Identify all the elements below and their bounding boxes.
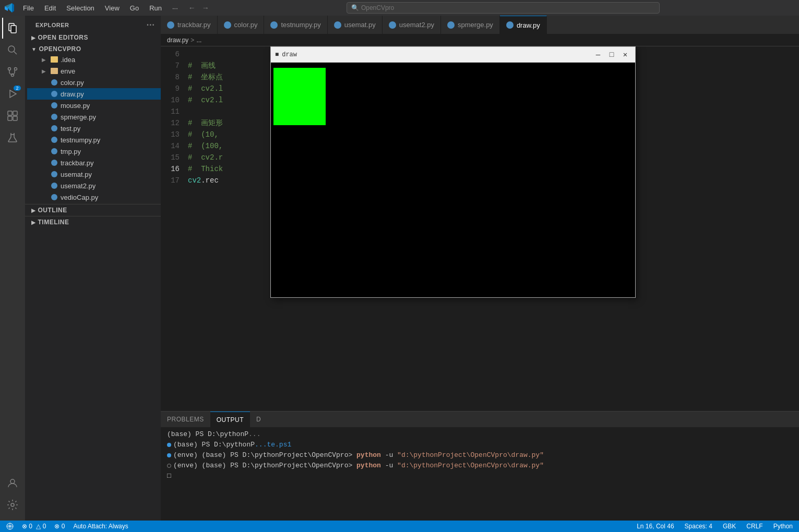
search-icon: 🔍 bbox=[351, 4, 359, 11]
tab-testnumpy[interactable]: testnumpy.py bbox=[264, 16, 327, 34]
panel-tab-problems[interactable]: PROBLEMS bbox=[161, 412, 210, 427]
tab-usemat[interactable]: usemat.py bbox=[328, 16, 383, 34]
draw-py-icon bbox=[50, 90, 58, 98]
panel-tab-d[interactable]: D bbox=[250, 412, 267, 427]
open-editors-section: ▶ OPEN EDITORS bbox=[25, 32, 161, 43]
activity-extensions-icon[interactable] bbox=[2, 105, 23, 126]
activity-settings-icon[interactable] bbox=[2, 494, 23, 515]
line-num-10: 10 bbox=[161, 94, 180, 106]
sidebar-item-enve[interactable]: ▶ enve bbox=[27, 65, 161, 77]
activity-flask-icon[interactable] bbox=[2, 127, 23, 148]
tab-draw[interactable]: draw.py bbox=[500, 16, 547, 34]
breadcrumb-rest: ... bbox=[196, 37, 201, 44]
svg-rect-9 bbox=[13, 111, 17, 115]
sidebar-item-trackbar[interactable]: trackbar.py bbox=[27, 157, 161, 168]
sidebar-item-label-enve: enve bbox=[61, 67, 75, 75]
editor-area: trackbar.py color.py testnumpy.py usemat… bbox=[161, 16, 799, 521]
folder-arrow-icon: ▶ bbox=[42, 57, 50, 63]
panel-tabs: PROBLEMS OUTPUT D bbox=[161, 412, 799, 427]
status-spaces[interactable]: Spaces: 4 bbox=[683, 523, 714, 530]
term-line-cursor: □ bbox=[167, 471, 793, 481]
status-auto-attach[interactable]: Auto Attach: Always bbox=[71, 523, 130, 530]
status-left: ⊗ 0 △ 0 ⊗ 0 Auto Attach: Always bbox=[4, 523, 130, 530]
search-input[interactable] bbox=[361, 4, 655, 11]
sidebar-item-tmp[interactable]: tmp.py bbox=[27, 146, 161, 157]
status-position[interactable]: Ln 16, Col 46 bbox=[635, 523, 676, 530]
open-editors-header[interactable]: ▶ OPEN EDITORS bbox=[25, 33, 161, 42]
tab-color[interactable]: color.py bbox=[218, 16, 265, 34]
back-arrow-icon[interactable]: ← bbox=[186, 3, 198, 13]
menu-view[interactable]: View bbox=[101, 3, 124, 13]
activity-run-debug-icon[interactable]: 2 bbox=[2, 83, 23, 104]
editor-content[interactable]: 6 7 8 9 10 11 12 13 14 15 16 17 # 画线 # 坐… bbox=[161, 46, 799, 411]
sidebar-item-label-test: test.py bbox=[61, 125, 80, 132]
sidebar: EXPLORER ⋯ ▶ OPEN EDITORS ▼ OPENCVPRO ▶ … bbox=[25, 16, 161, 521]
tab-usemat2[interactable]: usemat2.py bbox=[383, 16, 441, 34]
sidebar-more-icon[interactable]: ⋯ bbox=[146, 20, 155, 30]
open-editors-label: OPEN EDITORS bbox=[38, 34, 88, 41]
status-encoding[interactable]: GBK bbox=[721, 523, 738, 530]
activity-source-control-icon[interactable] bbox=[2, 62, 23, 82]
status-remote-icon[interactable] bbox=[4, 523, 16, 530]
sidebar-item-color[interactable]: color.py bbox=[27, 77, 161, 88]
panel-tab-output[interactable]: OUTPUT bbox=[210, 412, 250, 427]
timeline-label: TIMELINE bbox=[38, 219, 69, 226]
usemat-py-icon bbox=[50, 170, 58, 178]
activity-explorer-icon[interactable] bbox=[2, 18, 23, 39]
status-errors[interactable]: ⊗ 0 △ 0 bbox=[20, 523, 48, 530]
menu-more-icon[interactable]: ··· bbox=[168, 3, 182, 13]
tab-label-spmerge: spmerge.py bbox=[458, 21, 493, 29]
sidebar-item-label-vediocap: vedioCap.py bbox=[61, 194, 98, 201]
overlay-maximize-button[interactable]: □ bbox=[606, 49, 617, 61]
svg-point-13 bbox=[10, 479, 15, 483]
outline-label: OUTLINE bbox=[38, 207, 67, 214]
term-line-4: (enve) (base) PS D:\pythonProject\OpenCV… bbox=[167, 461, 793, 471]
sidebar-item-mouse[interactable]: mouse.py bbox=[27, 100, 161, 111]
activity-search-icon[interactable] bbox=[2, 40, 23, 61]
svg-point-4 bbox=[8, 68, 11, 70]
project-section: ▼ OPENCVPRO ▶ .idea ▶ enve bbox=[25, 43, 161, 204]
overlay-minimize-button[interactable]: ― bbox=[592, 49, 604, 61]
warning-icon: △ bbox=[36, 523, 41, 530]
color-tab-icon bbox=[224, 21, 231, 29]
line-num-14: 14 bbox=[161, 140, 180, 152]
sidebar-item-usemat2[interactable]: usemat2.py bbox=[27, 180, 161, 191]
project-header[interactable]: ▼ OPENCVPRO bbox=[25, 44, 161, 54]
terminal-content[interactable]: (base) PS D:\pythonP... (base) PS D:\pyt… bbox=[161, 427, 799, 521]
line-num-16: 16 bbox=[161, 163, 180, 175]
overlay-close-button[interactable]: ✕ bbox=[619, 49, 631, 61]
sidebar-item-vediocap[interactable]: vedioCap.py bbox=[27, 191, 161, 203]
activity-account-icon[interactable] bbox=[2, 473, 23, 493]
status-info[interactable]: ⊗ 0 bbox=[52, 523, 67, 530]
sidebar-item-usemat[interactable]: usemat.py bbox=[27, 168, 161, 180]
opencv-window[interactable]: ■ draw ― □ ✕ bbox=[270, 46, 636, 298]
menu-file[interactable]: File bbox=[19, 3, 38, 13]
menu-selection[interactable]: Selection bbox=[62, 3, 98, 13]
tab-spmerge[interactable]: spmerge.py bbox=[441, 16, 500, 34]
sidebar-item-draw[interactable]: draw.py bbox=[27, 88, 161, 100]
status-language[interactable]: Python bbox=[771, 523, 795, 530]
menu-edit[interactable]: Edit bbox=[40, 3, 60, 13]
tab-trackbar[interactable]: trackbar.py bbox=[161, 16, 218, 34]
status-right: Ln 16, Col 46 Spaces: 4 GBK CRLF Python bbox=[635, 523, 795, 530]
timeline-section: ▶ TIMELINE bbox=[25, 216, 161, 228]
outline-header[interactable]: ▶ OUTLINE bbox=[25, 205, 161, 215]
overlay-title-text: draw bbox=[282, 49, 297, 61]
global-search-bar[interactable]: 🔍 bbox=[347, 2, 660, 14]
usemat2-tab-icon bbox=[389, 21, 396, 29]
menu-run[interactable]: Run bbox=[145, 3, 166, 13]
sidebar-item-idea[interactable]: ▶ .idea bbox=[27, 54, 161, 65]
line-num-8: 8 bbox=[161, 71, 180, 83]
status-line-ending[interactable]: CRLF bbox=[744, 523, 765, 530]
sidebar-item-test[interactable]: test.py bbox=[27, 123, 161, 134]
sidebar-item-testnumpy[interactable]: testnumpy.py bbox=[27, 134, 161, 146]
menu-go[interactable]: Go bbox=[126, 3, 143, 13]
timeline-header[interactable]: ▶ TIMELINE bbox=[25, 217, 161, 227]
sidebar-item-spmerge[interactable]: spmerge.py bbox=[27, 111, 161, 123]
spmerge-py-icon bbox=[50, 113, 58, 121]
line-num-9: 9 bbox=[161, 83, 180, 94]
sidebar-item-label-color: color.py bbox=[61, 79, 84, 87]
tab-label-usemat2: usemat2.py bbox=[399, 21, 434, 29]
forward-arrow-icon[interactable]: → bbox=[200, 3, 211, 13]
trackbar-py-icon bbox=[50, 159, 58, 167]
